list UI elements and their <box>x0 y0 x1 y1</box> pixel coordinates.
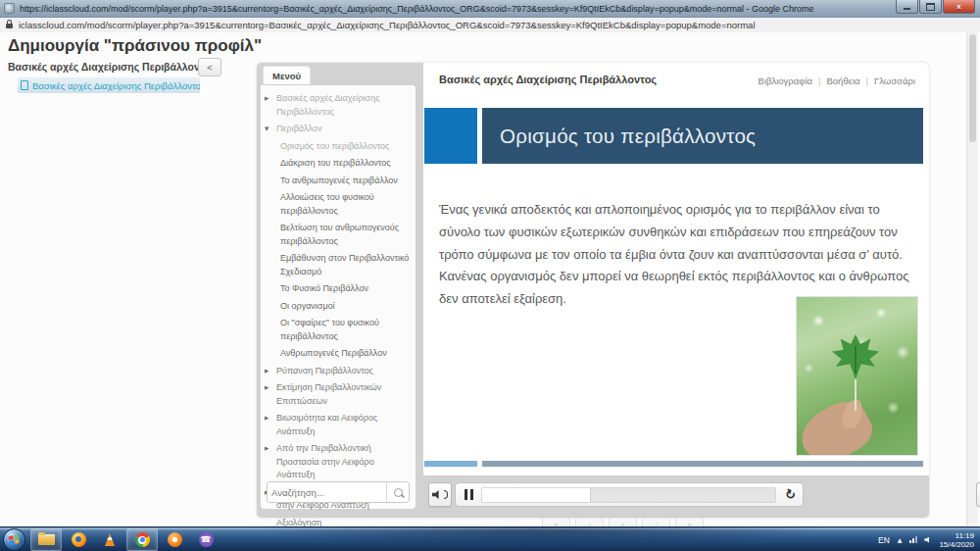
replay-button[interactable]: ↻ <box>783 486 798 504</box>
show-hidden-icons[interactable]: ▲ <box>898 536 903 543</box>
toc-collapse-button[interactable]: < <box>198 58 221 76</box>
progress-fill <box>482 488 592 502</box>
minimize-button[interactable] <box>896 0 918 14</box>
menu-item[interactable]: Ορισμός του περιβάλλοντος <box>265 140 412 154</box>
pagination-button[interactable]: + <box>609 517 637 526</box>
orange-app-icon <box>168 532 182 547</box>
start-button[interactable] <box>3 528 25 551</box>
taskbar-viber-button[interactable]: ☎ <box>191 529 220 550</box>
header-link[interactable]: Γλωσσάρι <box>874 75 915 86</box>
header-link[interactable]: Βιβλιογραφία <box>759 75 812 86</box>
search-icon <box>394 488 403 497</box>
system-tray: EN ▲ 11:19 15/4/2020 <box>878 527 976 551</box>
pagination-button[interactable]: « <box>542 517 570 526</box>
slide-body-text: Ένας γενικά αποδεκτός και απλοποιημένος … <box>439 199 909 311</box>
clock-time: 11:19 <box>939 531 974 540</box>
chevron-right-icon: ▶ <box>265 94 269 102</box>
hand-shape <box>796 393 879 456</box>
menu-item-label: Ανθρωπογενές Περιβάλλον <box>280 348 387 358</box>
menu-item[interactable]: Εμβάθυνση στον Περιβαλλοντικό Σχεδιασμό <box>265 252 412 278</box>
pagination-button[interactable]: ‹ <box>575 517 604 526</box>
close-icon: x <box>956 3 960 11</box>
page-title: Δημιουργία "πράσινου προφίλ" <box>8 36 262 56</box>
taskbar-firefox-button[interactable] <box>64 529 93 550</box>
search-input[interactable] <box>268 487 386 498</box>
menu-item[interactable]: Βελτίωση του ανθρωπογενούς περιβάλλοντος <box>265 222 412 248</box>
menu-item[interactable]: Οι "σφαίρες" του φυσικού περιβάλλοντος <box>265 317 412 343</box>
tab-menu[interactable]: Μενού <box>263 66 311 84</box>
window-titlebar[interactable]: https://iclasscloud.com/mod/scorm/player… <box>0 0 980 18</box>
menu-panel: ▶Βασικές αρχές Διαχείρισης Περιβάλλοντος… <box>261 85 416 509</box>
maximize-icon <box>926 3 935 11</box>
pagination-button[interactable]: › <box>642 517 670 526</box>
menu-item[interactable]: Το ανθρωπογενές περιβάλλον <box>265 175 412 188</box>
footer-accent-right <box>482 461 923 467</box>
url-text: iclasscloud.com/mod/scorm/player.php?a=3… <box>19 20 756 30</box>
menu-item-label: Από την Περιβαλλοντική Προστασία στην Αε… <box>276 443 374 479</box>
menu-item[interactable]: Ανθρωπογενές Περιβάλλον <box>265 347 412 361</box>
progress-track[interactable] <box>481 487 777 503</box>
header-link[interactable]: Βοήθεια <box>827 75 860 86</box>
scrollbar-thumb[interactable] <box>969 34 976 142</box>
chrome-icon <box>135 532 150 547</box>
menu-item[interactable]: Οι οργανισμοί <box>265 300 412 314</box>
taskbar-chrome-button[interactable] <box>126 528 158 551</box>
pause-button[interactable] <box>465 489 473 500</box>
menu-item-label: Βελτίωση του ανθρωπογενούς περιβάλλοντος <box>280 223 399 246</box>
content-area: Βασικές αρχές Διαχείρισης Περιβάλλοντος … <box>423 63 929 476</box>
menu-item[interactable]: Αξιολόγηση <box>265 517 412 527</box>
taskbar-vlc-button[interactable] <box>95 529 124 550</box>
menu-item[interactable]: ▶Βιωσιμότητα και Αειφόρος Ανάπτυξη <box>265 412 412 438</box>
leaf-stem <box>855 379 857 411</box>
chevron-down-icon: ▼ <box>265 125 269 132</box>
pagination-button[interactable]: » <box>675 517 704 526</box>
playback-bar: ↻ <box>455 482 804 507</box>
slide-title: Ορισμός του περιβάλλοντος <box>482 108 923 164</box>
toc-selected-item[interactable]: Βασικές αρχές Διαχείρισης Περιβάλλοντος <box>18 77 200 93</box>
clock-date: 15/4/2020 <box>939 540 974 549</box>
menu-item-label: Ορισμός του περιβάλλοντος <box>280 141 389 151</box>
link-separator: | <box>818 75 820 86</box>
clock[interactable]: 11:19 15/4/2020 <box>939 531 974 549</box>
window-controls: x <box>895 0 975 14</box>
previous-button[interactable]: ‹ ΠΡΟΗΓ. <box>976 482 980 507</box>
window-title: https://iclasscloud.com/mod/scorm/player… <box>20 4 813 14</box>
menu-item[interactable]: ▶Εκτίμηση Περιβαλλοντικών Επιπτώσεων <box>265 381 412 408</box>
menu-item-label: Περιβάλλον <box>276 124 321 133</box>
volume-button[interactable] <box>428 482 452 507</box>
scorm-player: Μενού ▶Βασικές αρχές Διαχείρισης Περιβάλ… <box>257 63 929 518</box>
pagination: «‹+›» <box>542 517 704 526</box>
menu-item[interactable]: ▶Βασικές αρχές Διαχείρισης Περιβάλλοντος <box>265 92 412 119</box>
maximize-button[interactable] <box>919 0 942 14</box>
menu-item[interactable]: Το Φυσικό Περιβάλλον <box>265 282 412 296</box>
menu-item-label: Αξιολόγηση <box>276 518 321 527</box>
menu-item[interactable]: Αλλοιώσεις του φυσικού περιβάλλοντος <box>265 191 412 218</box>
document-icon <box>21 80 28 90</box>
menu-item-label: Οι οργανισμοί <box>280 301 335 311</box>
page-scrollbar[interactable] <box>966 32 978 526</box>
taskbar-orange-app-button[interactable] <box>160 529 189 550</box>
search-button[interactable] <box>386 482 409 502</box>
menu-item[interactable]: Διάκριση του περιβάλλοντος <box>265 157 412 171</box>
chevron-right-icon: ▶ <box>265 383 269 391</box>
toc-item-label: Βασικές αρχές Διαχείρισης Περιβάλλοντος <box>32 80 200 91</box>
toc-header: Βασικές αρχές Διαχείρισης Περιβάλλοντος <box>8 61 216 73</box>
page-body: Δημιουργία "πράσινου προφίλ" Βασικές αρχ… <box>0 32 980 526</box>
volume-tray-icon[interactable] <box>924 537 931 543</box>
close-button[interactable]: x <box>943 0 975 14</box>
search-box <box>267 481 410 503</box>
menu-item-label: Εκτίμηση Περιβαλλοντικών Επιπτώσεων <box>276 382 381 406</box>
taskbar-explorer-button[interactable] <box>30 528 62 551</box>
network-icon[interactable] <box>909 536 917 543</box>
minimize-icon <box>904 8 910 10</box>
chevron-right-icon: ▶ <box>265 414 269 422</box>
language-indicator[interactable]: EN <box>878 535 890 545</box>
menu-item-label: Το Φυσικό Περιβάλλον <box>280 283 368 293</box>
menu-item[interactable]: ▼Περιβάλλον <box>265 123 412 136</box>
address-bar[interactable]: iclasscloud.com/mod/scorm/player.php?a=3… <box>0 18 980 33</box>
speaker-icon <box>432 490 443 499</box>
menu-item-label: Διάκριση του περιβάλλοντος <box>280 158 391 168</box>
menu-item[interactable]: ▶Από την Περιβαλλοντική Προστασία στην Α… <box>265 442 412 482</box>
menu-item[interactable]: ▶Ρύπανση Περιβάλλοντος <box>265 365 412 378</box>
menu-item-label: Βιωσιμότητα και Αειφόρος Ανάπτυξη <box>276 413 377 436</box>
